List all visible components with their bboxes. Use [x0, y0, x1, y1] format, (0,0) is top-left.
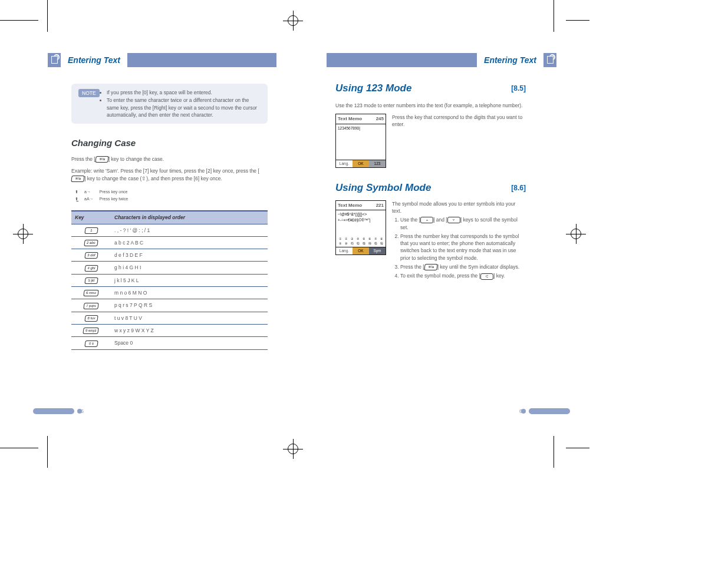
symbol-cell: ⑪ — [349, 242, 355, 246]
chars-cell: g h i 4 G H I — [111, 262, 268, 274]
table-row: ⬆̲ aA→ Press key twice — [73, 196, 130, 202]
key-cell: 3 def — [71, 249, 111, 262]
screen-title: Text Memo — [338, 115, 362, 123]
symbol-cell: ⑯ — [378, 242, 384, 246]
crop-mark — [566, 448, 589, 448]
symbol-cell: ⑧ — [378, 237, 384, 241]
case-body-2: Example: write 'Sam'. Press the [7] key … — [71, 167, 268, 182]
softkey-right: Sym — [369, 247, 386, 254]
screen-line: +-÷×=€¥£¢§©®™°| — [338, 217, 384, 223]
note-item: If you press the [0] key, a space will b… — [107, 89, 262, 96]
key-icon-star: ※/a — [95, 156, 109, 163]
chars-cell: w x y z 9 W X Y Z — [111, 325, 268, 337]
screen-counter: 221 — [376, 202, 384, 209]
keypad-key-icon: 7 pqrs — [83, 303, 98, 309]
table-row: 4 ghig h i 4 G H I — [71, 262, 268, 274]
keypad-key-icon: 9 wxyz — [83, 328, 100, 334]
section-head-123: Using 123 Mode [8.5] — [335, 81, 526, 96]
keypad-key-icon: 6 mno — [83, 290, 98, 296]
phone-screen-123: Text Memo 245 1234567890| Lang. OK 123 — [335, 114, 386, 168]
keypad-key-icon: 1 — [84, 227, 98, 234]
symbol-cell: ④ — [355, 237, 361, 241]
character-table: Key Characters in displayed order 1. , -… — [71, 210, 268, 349]
section-title-123: Using 123 Mode — [335, 81, 411, 96]
crop-mark — [0, 448, 38, 448]
page-pill — [33, 408, 74, 414]
chars-cell: . , - ? ! ' @ : ; / 1 — [111, 224, 268, 236]
crop-mark — [554, 0, 554, 32]
keypad-key-icon: 4 ghi — [84, 265, 98, 272]
page-footer-right: 67 — [519, 408, 570, 415]
table-row: 9 wxyzw x y z 9 W X Y Z — [71, 325, 268, 337]
chars-cell: p q r s 7 P Q R S — [111, 299, 268, 312]
key-cell: 7 pqrs — [71, 299, 111, 312]
table-row: 0 ±Space 0 — [71, 337, 268, 349]
crop-mark — [566, 20, 589, 21]
screen-body: 1234567890| — [336, 124, 386, 160]
page-left: NOTE If you press the [0] key, a space w… — [48, 53, 276, 415]
crop-mark — [47, 436, 48, 468]
crop-mark — [0, 20, 38, 21]
symbol-cell: ⑨ — [337, 242, 343, 246]
case-body-1: Press the [※/a] key to change the case. — [71, 156, 268, 163]
symbol-cell: ③ — [349, 237, 355, 241]
note-tag: NOTE — [78, 89, 100, 97]
table-row: ⬆ a→ Press key once — [73, 189, 130, 195]
sym-step: Press the [※/a] key until the Sym indica… — [400, 263, 526, 270]
symbol-cell: ⑥ — [367, 237, 373, 241]
crop-mark — [554, 436, 554, 468]
key-cell: 5 jkl — [71, 274, 111, 286]
symbol-cell: ① — [337, 237, 343, 241]
symbol-cell: ⑫ — [355, 242, 361, 246]
chars-cell: Space 0 — [111, 337, 268, 349]
keypad-key-icon: 0 ± — [84, 340, 98, 347]
key-icon-c: C — [480, 273, 493, 280]
key-cell: 4 ghi — [71, 262, 111, 274]
case-mini-table: ⬆ a→ Press key once ⬆̲ aA→ Press key twi… — [71, 188, 131, 203]
chars-cell: j k l 5 J K L — [111, 274, 268, 286]
note-box: NOTE If you press the [0] key, a space w… — [71, 84, 268, 124]
section-title-sym: Using Symbol Mode — [335, 181, 431, 196]
softkey-left: Lang. — [336, 160, 353, 167]
sym-step: Use the [▵] and [▿] keys to scroll the s… — [400, 216, 526, 231]
symbol-cell: ⑦ — [373, 237, 378, 241]
section-body-sym: The symbol mode allows you to enter symb… — [392, 200, 526, 215]
section-head-sym: Using Symbol Mode [8.6] — [335, 181, 526, 196]
keypad-key-icon: 8 tuv — [84, 315, 98, 322]
screen-body: ~!@#$^&*()[]{}<> +-÷×=€¥£¢§©®™°| — [336, 210, 386, 236]
screen-title: Text Memo — [338, 202, 362, 209]
table-row: 5 jklj k l 5 J K L — [71, 274, 268, 286]
registration-mark — [283, 11, 303, 31]
phone-screen-sym: Text Memo 221 ~!@#$^&*()[]{}<> +-÷×=€¥£¢… — [335, 200, 386, 256]
section-body-123-2: Press the key that correspond to the dig… — [392, 114, 526, 128]
table-row: 2 abca b c 2 A B C — [71, 236, 268, 249]
symbol-cell: ⑭ — [367, 242, 373, 246]
case-mini-label: a→ — [82, 189, 96, 195]
keypad-key-icon: 3 def — [84, 252, 98, 259]
subheading-changing-case: Changing Case — [71, 137, 268, 150]
key-cell: 9 wxyz — [71, 325, 111, 337]
page-right: Using 123 Mode [8.5] Use the 123 mode to… — [327, 53, 555, 415]
nav-down-icon: ▿ — [447, 217, 460, 223]
key-cell: 1 — [71, 224, 111, 236]
registration-mark — [283, 439, 303, 459]
case-mini-value: Press key twice — [97, 196, 131, 202]
table-row: 7 pqrsp q r s 7 P Q R S — [71, 299, 268, 312]
keypad-key-icon: 5 jkl — [84, 277, 98, 284]
registration-mark — [566, 224, 586, 244]
keypad-key-icon: 2 abc — [84, 240, 98, 246]
chars-cell: t u v 8 T U V — [111, 312, 268, 324]
key-cell: 6 mno — [71, 287, 111, 299]
table-row: 6 mnom n o 6 M N O — [71, 287, 268, 299]
sym-step: To exit the symbol mode, press the [C] k… — [400, 272, 526, 279]
key-icon-star: ※/a — [71, 176, 85, 182]
key-cell: 8 tuv — [71, 312, 111, 324]
case-mini-icon: ⬆ — [73, 189, 81, 195]
page-footer-left: 66 — [33, 408, 84, 415]
case-indicator-icon: ⇧ — [141, 176, 146, 181]
case-mini-value: Press key once — [97, 189, 131, 195]
softkey-left: Lang. — [336, 247, 353, 254]
symbol-cell: ⑬ — [361, 242, 367, 246]
key-cell: 0 ± — [71, 337, 111, 349]
symbol-grid: ①②③④⑤⑥⑦⑧⑨⑩⑪⑫⑬⑭⑮⑯ — [336, 236, 386, 247]
